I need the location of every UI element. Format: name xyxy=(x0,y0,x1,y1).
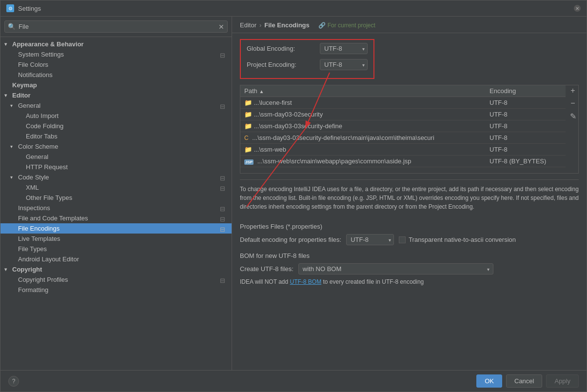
sidebar-item-editor-tabs[interactable]: Editor Tabs xyxy=(0,131,232,141)
panel-body: Global Encoding: UTF-8 ISO-8859-1 US-ASC… xyxy=(232,33,587,370)
table-cell-encoding: UTF-8 xyxy=(486,144,566,156)
sidebar-item-file-encodings[interactable]: File Encodings ⊟ xyxy=(0,223,232,234)
table-cell-encoding: UTF-8 xyxy=(486,120,566,132)
path-column-header[interactable]: Path xyxy=(240,85,486,97)
sidebar-item-live-templates[interactable]: Live Templates xyxy=(0,234,232,244)
table-cell-encoding: UTF-8 (BY_BYTES) xyxy=(486,156,566,167)
table-row[interactable]: 📁 ...\ssm-day03-03security-define UTF-8 xyxy=(240,120,566,132)
sidebar-item-android-layout[interactable]: Android Layout Editor xyxy=(0,254,232,264)
global-encoding-label: Global Encoding: xyxy=(247,45,315,52)
sidebar-item-appearance[interactable]: ▾ Appearance & Behavior xyxy=(0,39,232,49)
bottom-right: OK Cancel Apply xyxy=(476,374,579,388)
expand-arrow: ▾ xyxy=(4,41,10,47)
encoding-box: Global Encoding: UTF-8 ISO-8859-1 US-ASC… xyxy=(240,39,374,79)
sidebar-item-auto-import[interactable]: Auto Import xyxy=(0,111,232,121)
window-close-btn[interactable]: ✕ xyxy=(574,5,581,12)
ok-button[interactable]: OK xyxy=(476,374,502,388)
search-wrapper: 🔍 ✕ xyxy=(4,20,228,33)
sidebar-item-xml[interactable]: XML ⊟ xyxy=(0,182,232,193)
xml-indicator-icon: ⊟ xyxy=(220,185,228,191)
global-encoding-select[interactable]: UTF-8 ISO-8859-1 US-ASCII UTF-16 xyxy=(320,43,368,54)
breadcrumb-separator: › xyxy=(259,21,261,29)
table-cell-path: JSP ...\ssm-web\src\main\webapp\pages\co… xyxy=(240,156,486,167)
sidebar-item-inspections[interactable]: Inspections ⊟ xyxy=(0,203,232,213)
bom-link[interactable]: UTF-8 BOM xyxy=(290,278,321,285)
sidebar-item-copyright-profiles[interactable]: Copyright Profiles ⊟ xyxy=(0,274,232,285)
transparent-label: Transparent native-to-ascii conversion xyxy=(409,236,516,243)
encodings-indicator-icon: ⊟ xyxy=(220,226,228,232)
table-cell-encoding: UTF-8 xyxy=(486,97,566,109)
table-cell-encoding: UTF-8 xyxy=(486,109,566,120)
sidebar-item-file-colors[interactable]: File Colors xyxy=(0,59,232,70)
settings-tree: ▾ Appearance & Behavior System Settings … xyxy=(0,37,232,370)
sidebar-item-general[interactable]: ▾ General ⊟ xyxy=(0,100,232,111)
table-row[interactable]: JSP ...\ssm-web\src\main\webapp\pages\co… xyxy=(240,156,566,167)
bom-select[interactable]: with NO BOM with BOM with BOM if needed xyxy=(298,263,493,274)
remove-row-button[interactable]: − xyxy=(567,98,578,109)
edit-row-button[interactable]: ✎ xyxy=(567,111,578,121)
folder-icon: 📁 xyxy=(244,122,252,130)
sidebar-item-http-request[interactable]: HTTP Request xyxy=(0,162,232,172)
bottom-bar: ? OK Cancel Apply xyxy=(0,370,587,392)
default-encoding-label: Default encoding for properties files: xyxy=(240,236,341,243)
search-clear-icon[interactable]: ✕ xyxy=(218,23,224,30)
search-icon: 🔍 xyxy=(8,23,16,30)
sidebar-item-keymap[interactable]: Keymap xyxy=(0,80,232,90)
sidebar-item-editor[interactable]: ▾ Editor xyxy=(0,90,232,100)
cancel-button[interactable]: Cancel xyxy=(506,374,542,388)
title-bar: ⚙ Settings ✕ xyxy=(0,0,587,17)
table-wrapper: Path Encoding xyxy=(240,85,566,173)
sidebar-item-copyright[interactable]: ▾ Copyright xyxy=(0,264,232,274)
sidebar-item-other-file-types[interactable]: Other File Types xyxy=(0,193,232,203)
search-box: 🔍 ✕ xyxy=(0,17,232,37)
table-row[interactable]: 📁 ...\ssm-day03-02security UTF-8 xyxy=(240,109,566,120)
project-encoding-select[interactable]: UTF-8 ISO-8859-1 US-ASCII UTF-16 xyxy=(320,59,368,70)
add-row-button[interactable]: + xyxy=(567,85,578,96)
properties-section: Properties Files (*.properties) Default … xyxy=(240,223,579,245)
for-project-label: 🔗 For current project xyxy=(318,22,375,29)
file-table-container: Path Encoding xyxy=(240,85,579,174)
apply-button[interactable]: Apply xyxy=(546,374,579,388)
default-encoding-select[interactable]: UTF-8 ISO-8859-1 xyxy=(346,234,394,245)
default-encoding-row: Default encoding for properties files: U… xyxy=(240,234,579,245)
project-encoding-label: Project Encoding: xyxy=(247,61,315,68)
create-utf8-label: Create UTF-8 files: xyxy=(240,265,294,273)
sidebar-item-notifications[interactable]: Notifications xyxy=(0,70,232,80)
folder-icon: 📁 xyxy=(244,99,252,106)
inspections-indicator-icon: ⊟ xyxy=(220,205,228,211)
bom-section: BOM for new UTF-8 files Create UTF-8 fil… xyxy=(240,252,579,285)
transparent-checkbox[interactable] xyxy=(399,236,406,243)
code-style-indicator-icon: ⊟ xyxy=(220,175,228,180)
right-panel-container: Editor › File Encodings 🔗 For current pr… xyxy=(232,17,587,370)
table-cell-path: 📁 ...\ssm-day03-03security-define xyxy=(240,120,486,132)
general-indicator-icon: ⊟ xyxy=(220,103,228,109)
breadcrumb-parent: Editor xyxy=(240,21,256,29)
folder-icon: 📁 xyxy=(244,111,252,118)
sidebar-item-code-folding[interactable]: Code Folding xyxy=(0,121,232,131)
sidebar-item-file-types[interactable]: File Types xyxy=(0,244,232,254)
table-row[interactable]: 📁 ...\ssm-web UTF-8 xyxy=(240,144,566,156)
copyright-profiles-indicator-icon: ⊟ xyxy=(220,277,228,283)
project-encoding-select-wrapper: UTF-8 ISO-8859-1 US-ASCII UTF-16 xyxy=(320,59,368,70)
sidebar-item-color-scheme[interactable]: ▾ Color Scheme xyxy=(0,141,232,152)
main-content: 🔍 ✕ ▾ Appearance & Behavior System Setti… xyxy=(0,17,587,370)
sidebar-item-system-settings[interactable]: System Settings ⊟ xyxy=(0,49,232,59)
folder-icon: 📁 xyxy=(244,146,252,153)
sidebar-item-color-scheme-general[interactable]: General xyxy=(0,152,232,162)
sidebar-item-file-code-templates[interactable]: File and Code Templates ⊟ xyxy=(0,213,232,223)
encoding-column-header[interactable]: Encoding xyxy=(486,85,566,97)
table-row[interactable]: C ...\ssm-day03-03security-define\src\ma… xyxy=(240,132,566,144)
global-encoding-row: Global Encoding: UTF-8 ISO-8859-1 US-ASC… xyxy=(247,43,368,54)
help-button[interactable]: ? xyxy=(8,376,19,387)
sidebar-item-code-style[interactable]: ▾ Code Style ⊟ xyxy=(0,172,232,182)
search-input[interactable] xyxy=(19,23,215,30)
title-bar-left: ⚙ Settings xyxy=(6,4,41,12)
bom-section-title: BOM for new UTF-8 files xyxy=(240,252,579,259)
table-cell-path: 📁 ...\ssm-day03-02security xyxy=(240,109,486,120)
bottom-left: ? xyxy=(8,376,19,387)
app-icon: ⚙ xyxy=(6,4,14,12)
sidebar-item-formatting[interactable]: Formatting xyxy=(0,285,232,295)
table-row[interactable]: 📁 ...\lucene-first UTF-8 xyxy=(240,97,566,109)
properties-section-title: Properties Files (*.properties) xyxy=(240,223,579,230)
window-controls: ✕ xyxy=(574,5,581,12)
